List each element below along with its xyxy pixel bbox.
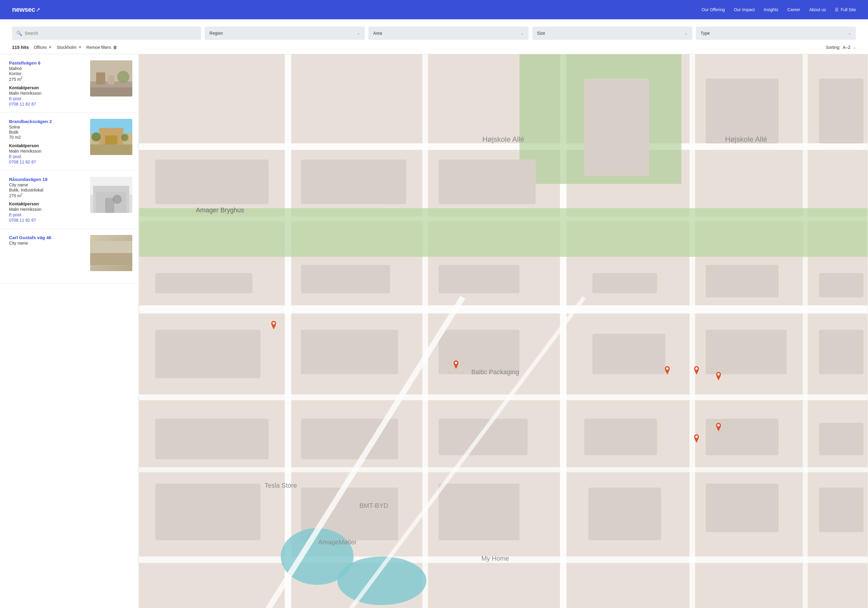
search-input-wrap: 🔍: [12, 26, 201, 40]
svg-rect-55: [439, 419, 527, 456]
stockholm-filter-tag: Stockholm ✕: [57, 45, 81, 50]
area-label: Area: [373, 31, 382, 36]
full-site-label: Full Site: [840, 7, 856, 12]
listing-title[interactable]: Råsundavägen 18: [9, 177, 85, 182]
listing-title[interactable]: Brandbacksvägen 2: [9, 119, 85, 124]
chevron-down-icon: ⌄: [357, 31, 360, 35]
contact-name: Malin Henriksson: [9, 91, 85, 96]
sorting-control: Sorting: A–Z ⌄: [826, 45, 856, 50]
hits-count: 115 hits: [12, 45, 29, 50]
region-label: Region: [209, 31, 223, 36]
map-pin[interactable]: [715, 372, 722, 381]
map-pin[interactable]: [715, 423, 722, 432]
svg-rect-25: [139, 395, 867, 400]
svg-text:Tesla Store: Tesla Store: [265, 482, 297, 489]
svg-rect-51: [705, 330, 787, 374]
search-input[interactable]: [25, 31, 197, 36]
listing-city: Malmö: [9, 66, 85, 71]
chevron-down-icon: ⌄: [684, 31, 687, 35]
listing-info: Brandbacksvägen 2 Solna Butik 70 m2 Kont…: [9, 119, 85, 164]
listing-type: Kontor: [9, 71, 85, 76]
contact-phone[interactable]: 0708 11 82 87: [9, 102, 85, 106]
listing-city: City name: [9, 182, 85, 187]
sorting-value: A–Z: [843, 45, 851, 50]
active-filters-bar: 115 hits Offices ✕ Stockholm ✕ Remoe fil…: [12, 45, 856, 54]
sorting-chevron-icon[interactable]: ⌄: [853, 45, 856, 50]
logo-arrow-icon: ➚: [36, 6, 40, 13]
svg-rect-9: [105, 135, 117, 146]
listing-type: Butik: [9, 130, 85, 135]
area-dropdown[interactable]: Area ⌄: [368, 26, 529, 40]
chevron-down-icon: ⌄: [848, 31, 851, 35]
region-dropdown[interactable]: Region ⌄: [205, 26, 365, 40]
contact-label: Kontaktperson: [9, 86, 85, 90]
svg-rect-62: [588, 488, 661, 540]
listing-info: Råsundavägen 18 City name Butik, Industr…: [9, 177, 85, 223]
map-pin[interactable]: [693, 434, 700, 443]
svg-rect-63: [705, 484, 778, 532]
nav-our-impact[interactable]: Our Impact: [734, 7, 755, 12]
nav-career[interactable]: Career: [787, 7, 800, 12]
listing-size: 275 m2: [9, 193, 85, 198]
svg-rect-29: [422, 54, 428, 608]
svg-rect-26: [139, 468, 867, 472]
svg-rect-56: [584, 419, 657, 456]
list-item[interactable]: Carl Gustafs väg 46 City name: [0, 229, 138, 283]
main-nav: Our Offering Our Impact Insights Career …: [702, 7, 856, 12]
map-pin[interactable]: [663, 366, 671, 375]
svg-text:AmageMøller: AmageMøller: [318, 539, 357, 546]
listing-city: Solna: [9, 124, 85, 129]
map-pin[interactable]: [693, 366, 700, 375]
contact-email[interactable]: E-post: [9, 96, 85, 101]
svg-rect-58: [819, 423, 863, 455]
svg-rect-3: [108, 75, 114, 84]
svg-rect-31: [690, 54, 695, 608]
list-item[interactable]: Brandbacksvägen 2 Solna Butik 70 m2 Kont…: [0, 113, 138, 171]
list-item[interactable]: Råsundavägen 18 City name Butik, Industr…: [0, 171, 138, 229]
stockholm-tag-remove[interactable]: ✕: [78, 45, 82, 50]
nav-insights[interactable]: Insights: [764, 7, 778, 12]
svg-point-82: [695, 435, 698, 438]
svg-rect-52: [819, 330, 863, 374]
contact-phone[interactable]: 0708 11 82 87: [9, 218, 85, 222]
filter-row: 🔍 Region ⌄ Area ⌄ Size ⌄ Type ⌄: [12, 26, 856, 40]
size-dropdown[interactable]: Size ⌄: [532, 26, 692, 40]
map-background[interactable]: Højskole Allé Højskole Allé Amager Brygh…: [139, 54, 868, 608]
svg-rect-37: [439, 160, 536, 204]
offices-filter-tag: Offices ✕: [34, 45, 52, 50]
offices-tag-remove[interactable]: ✕: [48, 45, 52, 50]
svg-rect-40: [819, 79, 863, 143]
svg-point-83: [717, 424, 720, 426]
svg-rect-24: [139, 305, 867, 314]
logo[interactable]: newsec ➚: [12, 6, 40, 14]
contact-label: Kontaktperson: [9, 143, 85, 148]
listing-title[interactable]: Carl Gustafs väg 46: [9, 235, 85, 240]
logo-text: newsec: [12, 6, 35, 14]
svg-point-79: [666, 367, 668, 370]
svg-text:Amager Bryghus: Amager Bryghus: [196, 207, 244, 214]
svg-rect-64: [819, 488, 863, 532]
svg-rect-61: [439, 484, 519, 540]
remove-all-filters[interactable]: Remoe filters 🗑: [87, 45, 117, 50]
svg-point-66: [337, 557, 426, 605]
listing-title[interactable]: Pastellvägen 6: [9, 60, 85, 65]
svg-text:Baltic Packaging: Baltic Packaging: [471, 369, 519, 376]
contact-email[interactable]: E-post: [9, 154, 85, 159]
list-item[interactable]: Pastellvägen 6 Malmö Kontor 275 m2 Konta…: [0, 54, 138, 113]
nav-full-site[interactable]: ☰ Full Site: [835, 7, 856, 12]
listing-city: City name: [9, 241, 85, 246]
svg-rect-32: [803, 54, 808, 608]
contact-email[interactable]: E-post: [9, 212, 85, 217]
svg-rect-22: [139, 143, 867, 149]
nav-about-us[interactable]: About us: [809, 7, 826, 12]
svg-rect-48: [301, 330, 398, 374]
map-area: Højskole Allé Højskole Allé Amager Brygh…: [139, 54, 868, 608]
svg-rect-45: [705, 265, 778, 297]
nav-our-offering[interactable]: Our Offering: [702, 7, 725, 12]
map-pin[interactable]: [270, 321, 277, 330]
svg-text:Højskole Allé: Højskole Allé: [725, 135, 767, 143]
map-pin[interactable]: [453, 361, 460, 369]
contact-phone[interactable]: 0708 11 82 87: [9, 160, 85, 164]
type-dropdown[interactable]: Type ⌄: [696, 26, 856, 40]
svg-point-18: [113, 195, 122, 204]
